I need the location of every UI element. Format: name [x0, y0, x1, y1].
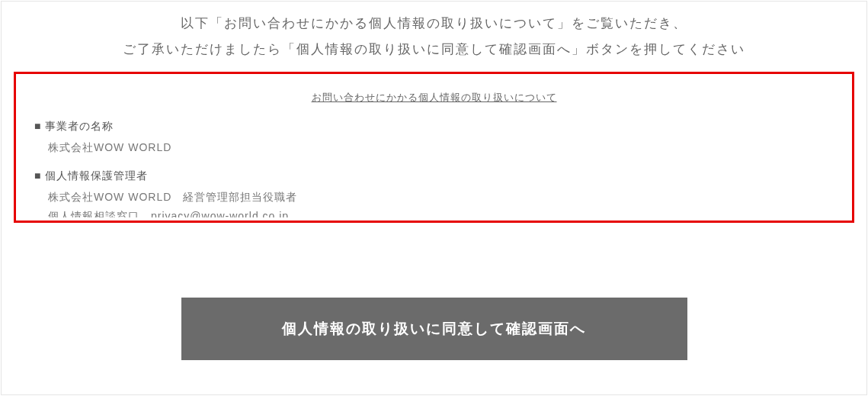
privacy-body: 株式会社WOW WORLD 経営管理部担当役職者個人情報相談窓口 privacy…: [34, 188, 834, 217]
privacy-policy-title: お問い合わせにかかる個人情報の取り扱いについて: [34, 91, 834, 105]
privacy-heading: ■ 事業者の名称: [34, 120, 834, 134]
privacy-policy-frame: お問い合わせにかかる個人情報の取り扱いについて ■ 事業者の名称 株式会社WOW…: [14, 72, 854, 223]
privacy-section: ■ 個人情報保護管理者 株式会社WOW WORLD 経営管理部担当役職者個人情報…: [34, 169, 834, 217]
privacy-policy-scroll[interactable]: お問い合わせにかかる個人情報の取り扱いについて ■ 事業者の名称 株式会社WOW…: [19, 77, 849, 217]
privacy-heading: ■ 個人情報保護管理者: [34, 169, 834, 183]
privacy-section: ■ 事業者の名称 株式会社WOW WORLD: [34, 120, 834, 157]
privacy-body: 株式会社WOW WORLD: [34, 138, 834, 157]
